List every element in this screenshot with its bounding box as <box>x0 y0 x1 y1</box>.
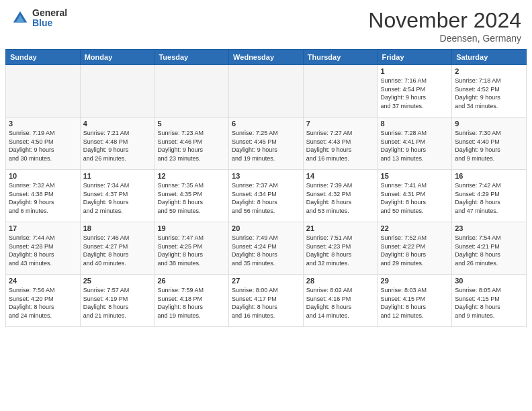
day-cell: 30Sunrise: 8:05 AMSunset: 4:15 PMDayligh… <box>452 275 527 327</box>
day-info: Sunrise: 7:34 AMSunset: 4:37 PMDaylight:… <box>83 181 152 215</box>
day-number: 27 <box>232 277 300 285</box>
day-header-sunday: Sunday <box>6 50 81 65</box>
day-info: Sunrise: 7:37 AMSunset: 4:34 PMDaylight:… <box>232 181 300 215</box>
day-info: Sunrise: 7:28 AMSunset: 4:41 PMDaylight:… <box>381 129 449 163</box>
day-header-thursday: Thursday <box>303 50 378 65</box>
day-info: Sunrise: 7:54 AMSunset: 4:21 PMDaylight:… <box>455 234 523 267</box>
day-info: Sunrise: 7:41 AMSunset: 4:31 PMDaylight:… <box>381 181 449 215</box>
day-info: Sunrise: 8:02 AMSunset: 4:16 PMDaylight:… <box>306 286 375 320</box>
day-number: 23 <box>455 224 523 232</box>
day-number: 12 <box>157 172 226 180</box>
day-cell: 6Sunrise: 7:25 AMSunset: 4:45 PMDaylight… <box>229 118 304 170</box>
day-cell: 1Sunrise: 7:16 AMSunset: 4:54 PMDaylight… <box>378 65 452 118</box>
day-number: 11 <box>83 172 152 180</box>
day-cell <box>303 65 378 118</box>
week-row-3: 10Sunrise: 7:32 AMSunset: 4:38 PMDayligh… <box>6 170 527 222</box>
day-info: Sunrise: 7:25 AMSunset: 4:45 PMDaylight:… <box>232 129 300 163</box>
day-cell: 2Sunrise: 7:18 AMSunset: 4:52 PMDaylight… <box>452 65 527 118</box>
day-cell: 19Sunrise: 7:47 AMSunset: 4:25 PMDayligh… <box>154 222 229 275</box>
day-cell: 24Sunrise: 7:56 AMSunset: 4:20 PMDayligh… <box>6 275 81 327</box>
day-cell: 10Sunrise: 7:32 AMSunset: 4:38 PMDayligh… <box>6 170 81 222</box>
day-cell: 16Sunrise: 7:42 AMSunset: 4:29 PMDayligh… <box>452 170 527 222</box>
day-cell <box>229 65 304 118</box>
day-number: 30 <box>455 277 523 285</box>
week-row-1: 1Sunrise: 7:16 AMSunset: 4:54 PMDaylight… <box>6 65 527 118</box>
day-number: 4 <box>83 120 152 128</box>
day-info: Sunrise: 7:18 AMSunset: 4:52 PMDaylight:… <box>455 77 523 110</box>
day-info: Sunrise: 7:23 AMSunset: 4:46 PMDaylight:… <box>157 129 226 163</box>
day-info: Sunrise: 8:03 AMSunset: 4:15 PMDaylight:… <box>381 286 449 320</box>
day-number: 10 <box>9 172 77 180</box>
day-cell <box>80 65 154 118</box>
day-number: 6 <box>232 120 300 128</box>
day-cell: 9Sunrise: 7:30 AMSunset: 4:40 PMDaylight… <box>452 118 527 170</box>
day-number: 24 <box>9 277 77 285</box>
day-number: 16 <box>455 172 523 180</box>
day-info: Sunrise: 8:05 AMSunset: 4:15 PMDaylight:… <box>455 286 523 320</box>
day-number: 25 <box>83 277 152 285</box>
day-number: 21 <box>306 224 375 232</box>
day-cell: 26Sunrise: 7:59 AMSunset: 4:18 PMDayligh… <box>154 275 229 327</box>
calendar-header: SundayMondayTuesdayWednesdayThursdayFrid… <box>6 50 527 65</box>
day-info: Sunrise: 7:35 AMSunset: 4:35 PMDaylight:… <box>157 181 226 215</box>
day-number: 18 <box>83 224 152 232</box>
day-number: 15 <box>381 172 449 180</box>
logo-text: General Blue <box>32 8 67 29</box>
day-cell: 3Sunrise: 7:19 AMSunset: 4:50 PMDaylight… <box>6 118 81 170</box>
day-cell: 15Sunrise: 7:41 AMSunset: 4:31 PMDayligh… <box>378 170 452 222</box>
day-number: 8 <box>381 120 449 128</box>
day-number: 2 <box>455 67 523 75</box>
day-cell: 18Sunrise: 7:46 AMSunset: 4:27 PMDayligh… <box>80 222 154 275</box>
day-number: 19 <box>157 224 226 232</box>
day-header-monday: Monday <box>80 50 154 65</box>
day-cell: 12Sunrise: 7:35 AMSunset: 4:35 PMDayligh… <box>154 170 229 222</box>
day-info: Sunrise: 7:47 AMSunset: 4:25 PMDaylight:… <box>157 234 226 267</box>
day-cell: 7Sunrise: 7:27 AMSunset: 4:43 PMDaylight… <box>303 118 378 170</box>
day-cell: 29Sunrise: 8:03 AMSunset: 4:15 PMDayligh… <box>378 275 452 327</box>
day-header-friday: Friday <box>378 50 452 65</box>
location: Deensen, Germany <box>368 33 521 44</box>
day-info: Sunrise: 7:59 AMSunset: 4:18 PMDaylight:… <box>157 286 226 320</box>
day-cell: 14Sunrise: 7:39 AMSunset: 4:32 PMDayligh… <box>303 170 378 222</box>
day-number: 13 <box>232 172 300 180</box>
day-cell: 13Sunrise: 7:37 AMSunset: 4:34 PMDayligh… <box>229 170 304 222</box>
day-number: 17 <box>9 224 77 232</box>
day-header-saturday: Saturday <box>452 50 527 65</box>
day-info: Sunrise: 7:42 AMSunset: 4:29 PMDaylight:… <box>455 181 523 215</box>
day-cell: 21Sunrise: 7:51 AMSunset: 4:23 PMDayligh… <box>303 222 378 275</box>
calendar-container: SundayMondayTuesdayWednesdayThursdayFrid… <box>0 49 532 332</box>
day-info: Sunrise: 7:27 AMSunset: 4:43 PMDaylight:… <box>306 129 375 163</box>
day-number: 28 <box>306 277 375 285</box>
day-number: 5 <box>157 120 226 128</box>
day-info: Sunrise: 7:39 AMSunset: 4:32 PMDaylight:… <box>306 181 375 215</box>
day-info: Sunrise: 7:16 AMSunset: 4:54 PMDaylight:… <box>381 77 449 110</box>
day-cell: 4Sunrise: 7:21 AMSunset: 4:48 PMDaylight… <box>80 118 154 170</box>
week-row-5: 24Sunrise: 7:56 AMSunset: 4:20 PMDayligh… <box>6 275 527 327</box>
day-number: 14 <box>306 172 375 180</box>
day-cell <box>6 65 81 118</box>
day-cell: 25Sunrise: 7:57 AMSunset: 4:19 PMDayligh… <box>80 275 154 327</box>
month-title: November 2024 <box>368 8 521 33</box>
page: General Blue November 2024 Deensen, Germ… <box>0 0 532 411</box>
day-info: Sunrise: 7:52 AMSunset: 4:22 PMDaylight:… <box>381 234 449 267</box>
day-info: Sunrise: 7:21 AMSunset: 4:48 PMDaylight:… <box>83 129 152 163</box>
logo: General Blue <box>11 8 67 29</box>
day-info: Sunrise: 7:46 AMSunset: 4:27 PMDaylight:… <box>83 234 152 267</box>
day-info: Sunrise: 7:44 AMSunset: 4:28 PMDaylight:… <box>9 234 77 267</box>
day-info: Sunrise: 7:30 AMSunset: 4:40 PMDaylight:… <box>455 129 523 163</box>
week-row-4: 17Sunrise: 7:44 AMSunset: 4:28 PMDayligh… <box>6 222 527 275</box>
logo-blue: Blue <box>32 18 67 28</box>
title-block: November 2024 Deensen, Germany <box>368 8 521 44</box>
day-info: Sunrise: 7:51 AMSunset: 4:23 PMDaylight:… <box>306 234 375 267</box>
day-number: 3 <box>9 120 77 128</box>
day-number: 20 <box>232 224 300 232</box>
day-cell: 27Sunrise: 8:00 AMSunset: 4:17 PMDayligh… <box>229 275 304 327</box>
day-cell: 28Sunrise: 8:02 AMSunset: 4:16 PMDayligh… <box>303 275 378 327</box>
day-info: Sunrise: 7:49 AMSunset: 4:24 PMDaylight:… <box>232 234 300 267</box>
week-row-2: 3Sunrise: 7:19 AMSunset: 4:50 PMDaylight… <box>6 118 527 170</box>
day-cell: 23Sunrise: 7:54 AMSunset: 4:21 PMDayligh… <box>452 222 527 275</box>
day-cell: 8Sunrise: 7:28 AMSunset: 4:41 PMDaylight… <box>378 118 452 170</box>
day-header-wednesday: Wednesday <box>229 50 304 65</box>
calendar-table: SundayMondayTuesdayWednesdayThursdayFrid… <box>5 49 527 327</box>
calendar-body: 1Sunrise: 7:16 AMSunset: 4:54 PMDaylight… <box>6 65 527 327</box>
